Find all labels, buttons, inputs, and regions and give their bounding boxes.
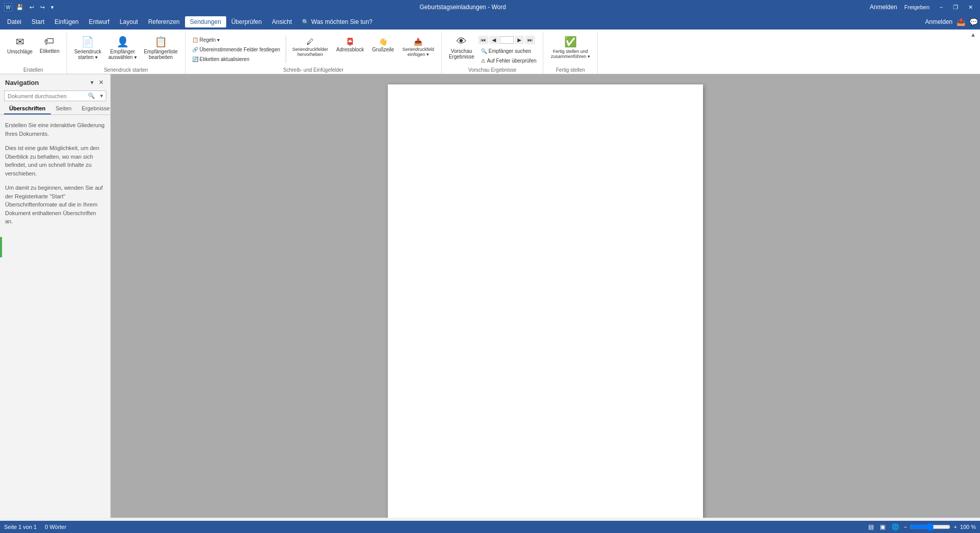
zoom-in-button[interactable]: +	[954, 524, 957, 530]
seriendruckfeld-einfuegen-button[interactable]: 📥 Seriendruckfeldeinfügen ▾	[399, 36, 437, 59]
fertigstellen-button[interactable]: ✅ Fertig stellen undzusammenführen ▾	[547, 34, 593, 61]
seriendruck-starten-label: Seriendruckstarten ▾	[74, 49, 101, 60]
menu-layout[interactable]: Layout	[114, 16, 143, 27]
seriendruckfeld-einfuegen-label: Seriendruckfeldeinfügen ▾	[402, 47, 434, 57]
etiketten-aktualisieren-label: Etiketten aktualisieren	[200, 56, 250, 62]
record-number-input[interactable]	[500, 36, 514, 44]
seriendruck-starten-icon: 📄	[81, 36, 94, 48]
seriendruck-buttons: 📄 Seriendruckstarten ▾ 👤 Empfängerauswäh…	[71, 32, 181, 65]
nav-pane-close-button[interactable]: ✕	[97, 78, 105, 86]
empfaenger-auswaehlen-button[interactable]: 👤 Empfängerauswählen ▾	[105, 34, 140, 62]
word-count-status: 0 Wörter	[45, 524, 66, 530]
sidebar-scroll-indicator	[0, 237, 2, 257]
title-bar: W 💾 ↩ ↪ ▾ Geburtstagseinladungen - Word …	[0, 0, 980, 14]
document-page[interactable]	[388, 84, 703, 518]
nav-tab-seiten[interactable]: Seiten	[51, 103, 77, 114]
undo-qat-button[interactable]: ↩	[27, 3, 36, 12]
sign-in-button[interactable]: Anmelden	[870, 4, 897, 11]
auf-fehler-button[interactable]: ⚠ Auf Fehler überprüfen	[478, 56, 539, 65]
nav-search-input[interactable]	[5, 92, 85, 101]
status-bar-left: Seite 1 von 1 0 Wörter	[4, 524, 66, 530]
etiketten-label: Etiketten	[40, 48, 59, 54]
empfaengerliste-bearbeiten-label: Empfängerlistebearbeiten	[144, 49, 178, 60]
empfaenger-auswaehlen-icon: 👤	[116, 36, 129, 48]
next-record-button[interactable]: ▶	[515, 36, 524, 44]
web-view-button[interactable]: 🌐	[890, 523, 901, 531]
uebereinstimmende-button[interactable]: 🔗 Übereinstimmende Felder festlegen	[190, 45, 283, 54]
umschlaege-icon: ✉	[16, 36, 24, 48]
nav-search-bar: 🔍 ▾	[4, 91, 106, 101]
regeln-button[interactable]: 📋 Regeln ▾	[190, 36, 283, 44]
etiketten-aktualisieren-button[interactable]: 🔄 Etiketten aktualisieren	[190, 55, 283, 64]
app-icon: W	[4, 3, 12, 11]
menu-datei[interactable]: Datei	[2, 16, 26, 27]
empfaengerliste-bearbeiten-button[interactable]: 📋 Empfängerlistebearbeiten	[141, 34, 181, 62]
share-button[interactable]: Freigeben	[901, 3, 933, 11]
ribbon-group-einfuegefelder: 📋 Regeln ▾ 🔗 Übereinstimmende Felder fes…	[186, 32, 442, 74]
seriendruck-group-label: Seriendruck starten	[71, 65, 181, 74]
nav-pane-header: Navigation ▾ ✕	[0, 74, 110, 88]
minimize-button[interactable]: −	[937, 3, 946, 11]
redo-qat-button[interactable]: ↪	[38, 3, 47, 12]
comment-menu-button[interactable]: 💬	[969, 18, 978, 26]
seriendruckfeld-einfuegen-icon: 📥	[414, 38, 422, 46]
ribbon: ✉ Umschläge 🏷 Etiketten Erstellen 📄 Seri…	[0, 29, 980, 74]
ribbon-collapse-button[interactable]: ▲	[970, 32, 976, 38]
first-record-button[interactable]: ⏮	[478, 36, 488, 44]
menu-ansicht[interactable]: Ansicht	[267, 16, 297, 27]
zoom-out-button[interactable]: −	[904, 524, 907, 530]
normal-view-button[interactable]: ▤	[867, 523, 875, 531]
menu-referenzen[interactable]: Referenzen	[143, 16, 185, 27]
menu-bar-right: Anmelden 📤 💬	[925, 18, 978, 26]
signin-menu-button[interactable]: Anmelden	[925, 18, 953, 25]
empfaenger-suchen-button[interactable]: 🔍 Empfänger suchen	[478, 47, 539, 55]
nav-content-para1: Erstellen Sie eine interaktive Gliederun…	[5, 121, 105, 138]
zoom-slider[interactable]	[910, 523, 951, 531]
menu-start[interactable]: Start	[26, 16, 49, 27]
grusszeile-button[interactable]: 👋 Grußzeile	[369, 36, 397, 54]
seriendruck-hervorheben-button[interactable]: 🖊 Seriendruckfelderhervorheben	[289, 36, 331, 59]
status-bar: Seite 1 von 1 0 Wörter ▤ ▣ 🌐 − + 100 %	[0, 521, 980, 533]
empfaenger-auswaehlen-label: Empfängerauswählen ▾	[108, 49, 137, 60]
prev-record-button[interactable]: ◀	[489, 36, 499, 44]
nav-search-dropdown-button[interactable]: ▾	[98, 91, 106, 101]
uebereinstimmende-label: Übereinstimmende Felder festlegen	[200, 47, 280, 52]
nav-tabs: Überschriften Seiten Ergebnisse	[0, 103, 110, 115]
nav-tab-ueberschriften[interactable]: Überschriften	[4, 103, 51, 114]
etiketten-button[interactable]: 🏷 Etiketten	[37, 34, 63, 56]
save-qat-button[interactable]: 💾	[14, 3, 25, 12]
nav-pane-menu-button[interactable]: ▾	[89, 78, 95, 86]
einfuegefelder-col2: 🖊 Seriendruckfelderhervorheben	[289, 34, 331, 59]
regeln-icon: 📋	[192, 37, 198, 43]
nav-tab-ergebnisse[interactable]: Ergebnisse	[77, 103, 115, 114]
empfaenger-suchen-icon: 🔍	[481, 48, 487, 54]
umschlaege-label: Umschläge	[7, 49, 33, 54]
menu-sendungen[interactable]: Sendungen	[185, 16, 226, 27]
restore-button[interactable]: ❐	[950, 3, 961, 12]
seriendruck-starten-button[interactable]: 📄 Seriendruckstarten ▾	[71, 34, 104, 62]
fertigstellen-label: Fertig stellen undzusammenführen ▾	[551, 49, 590, 59]
umschlaege-button[interactable]: ✉ Umschläge	[4, 34, 36, 56]
customize-qat-button[interactable]: ▾	[49, 3, 56, 12]
adressblock-label: Adressblock	[336, 47, 364, 52]
nav-content-para2: Dies ist eine gute Möglichkeit, um den Ü…	[5, 144, 105, 177]
nav-search-button[interactable]: 🔍	[85, 91, 98, 101]
vorschau-ergebnisse-button[interactable]: 👁 VorschauErgebnisse	[446, 34, 477, 62]
main-area: Navigation ▾ ✕ 🔍 ▾ Überschriften Seiten …	[0, 74, 980, 518]
close-button[interactable]: ✕	[965, 3, 976, 12]
last-record-button[interactable]: ⏭	[525, 36, 535, 44]
einfuegefelder-content: 📋 Regeln ▾ 🔗 Übereinstimmende Felder fes…	[190, 32, 437, 65]
menu-entwurf[interactable]: Entwurf	[84, 16, 115, 27]
menu-ueberpruefen[interactable]: Überprüfen	[226, 16, 267, 27]
vorschau-ergebnisse-label: VorschauErgebnisse	[449, 48, 474, 60]
etiketten-aktualisieren-icon: 🔄	[192, 56, 198, 62]
menu-search[interactable]: 🔍 Was möchten Sie tun?	[297, 16, 377, 27]
adressblock-button[interactable]: 📮 Adressblock	[333, 36, 367, 54]
einfuegefelder-col3: 📮 Adressblock	[333, 34, 367, 54]
document-canvas[interactable]	[111, 74, 980, 518]
layout-view-button[interactable]: ▣	[878, 523, 887, 531]
seriendruck-hervorheben-label: Seriendruckfelderhervorheben	[292, 47, 328, 57]
einfuegefelder-col1: 📋 Regeln ▾ 🔗 Übereinstimmende Felder fes…	[190, 34, 283, 64]
menu-einfuegen[interactable]: Einfügen	[49, 16, 83, 27]
share-menu-button[interactable]: 📤	[957, 18, 965, 26]
